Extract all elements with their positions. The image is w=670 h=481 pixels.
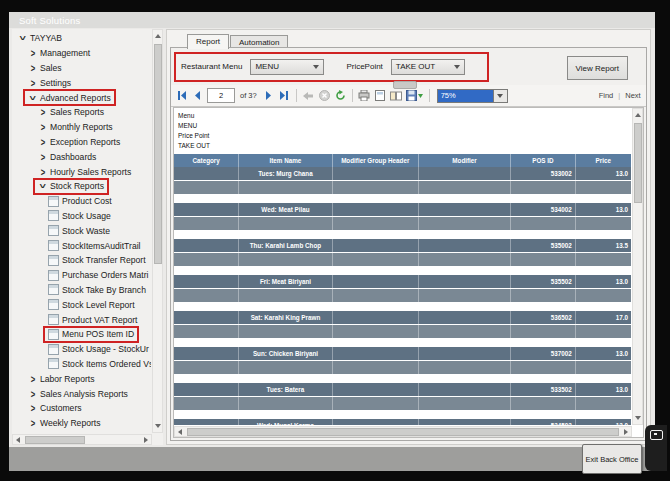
sidebar-item-settings[interactable]: >Settings [12,75,151,90]
back-to-parent-button[interactable] [302,89,315,102]
report-vertical-scrollbar[interactable] [632,108,643,425]
side-panel-tab[interactable] [645,425,667,471]
sidebar-item-label: Sales Analysis Reports [40,389,128,399]
zoom-dropdown-button[interactable] [493,89,508,103]
sidebar-item-weekly-reports[interactable]: >Weekly Reports [12,416,151,431]
table-row-secondary [174,289,631,302]
sidebar-item-tayyab[interactable]: >TAYYAB [12,31,151,46]
chevron-right-icon[interactable]: > [29,372,38,385]
sidebar-item-sales[interactable]: >Sales [12,61,151,76]
sidebar-item-dashboards[interactable]: >Dashboards [12,149,151,164]
page-setup-button[interactable] [390,89,403,102]
chevron-right-icon[interactable]: > [29,47,38,60]
sidebar-item-stockitemsaudittrail[interactable]: StockItemsAuditTrail [12,238,151,253]
sidebar-item-stock-reports[interactable]: >Stock Reports [12,179,151,194]
scroll-down-icon[interactable] [155,424,161,428]
empty-cell [511,325,575,338]
sidebar-item-stock-transfer-report[interactable]: Stock Transfer Report [12,253,151,268]
refresh-button[interactable] [334,89,347,102]
sidebar-item-label: Settings [40,78,71,88]
sidebar-item-product-vat-report[interactable]: Product VAT Report [12,312,151,327]
empty-cell [239,361,332,374]
chevron-right-icon[interactable]: > [39,121,48,134]
sidebar-item-advanced-reports[interactable]: >Advanced Reports [12,90,151,105]
scroll-left-icon[interactable] [16,437,20,443]
splitter-handle[interactable] [393,81,417,89]
chevron-down-icon[interactable]: > [27,93,40,102]
scroll-up-icon[interactable] [635,113,641,117]
item-name-cell: Sun: Chicken Biriyani [239,347,332,360]
first-page-button[interactable] [175,89,188,102]
sidebar-item-management[interactable]: >Management [12,46,151,61]
sidebar-item-menu-pos-item-id[interactable]: Menu POS Item ID [12,327,151,342]
tab-report[interactable]: Report [187,34,229,49]
chevron-right-icon[interactable]: > [29,402,38,415]
chevron-right-icon[interactable]: > [29,387,38,400]
scroll-down-icon[interactable] [635,416,641,420]
export-button[interactable] [406,89,424,102]
sidebar-item-label: Menu POS Item ID [62,329,134,339]
row-gap [174,194,631,203]
chevron-right-icon[interactable]: > [39,165,48,178]
chevron-right-icon[interactable]: > [29,77,38,90]
sidebar-horizontal-scrollbar[interactable] [12,434,152,445]
print-button[interactable] [358,89,371,102]
sidebar-vertical-scrollbar[interactable] [152,29,163,433]
sidebar-item-label: Purchase Orders Matri [62,270,148,280]
empty-cell [576,253,631,266]
next-link[interactable]: Next [625,91,640,100]
last-page-button[interactable] [278,89,291,102]
chevron-right-icon[interactable]: > [39,151,48,164]
print-layout-button[interactable] [374,89,387,102]
current-page-input[interactable] [207,88,235,103]
sidebar-item-customers[interactable]: >Customers [12,401,151,416]
restaurant-menu-dropdown[interactable]: MENU [250,59,324,75]
scrollbar-thumb[interactable] [187,428,619,436]
chevron-down-icon[interactable]: > [37,182,50,191]
view-report-button[interactable]: View Report [567,56,628,80]
sidebar-item-stock-take-by-branch[interactable]: Stock Take By Branch [12,283,151,298]
find-link[interactable]: Find [599,91,614,100]
scrollbar-thumb[interactable] [634,123,642,203]
report-horizontal-scrollbar[interactable] [174,426,632,437]
scroll-right-icon[interactable] [624,429,628,435]
chevron-right-icon[interactable]: > [29,62,38,75]
sidebar-item-product-cost[interactable]: Product Cost [12,194,151,209]
stop-rendering-button[interactable] [318,89,331,102]
sidebar-item-monthly-reports[interactable]: >Monthly Reports [12,120,151,135]
chevron-right-icon[interactable]: > [39,136,48,149]
scroll-up-icon[interactable] [155,34,161,38]
modifier-cell [419,167,511,180]
scrollbar-thumb[interactable] [154,44,162,264]
empty-cell [419,361,511,374]
sidebar-item-hourly-sales-reports[interactable]: >Hourly Sales Reports [12,164,151,179]
chevron-right-icon[interactable]: > [39,106,48,119]
row-gap [174,410,631,419]
sidebar-item-sales-analysis-reports[interactable]: >Sales Analysis Reports [12,386,151,401]
sidebar-item-purchase-orders-matri[interactable]: Purchase Orders Matri [12,268,151,283]
next-page-button[interactable] [262,89,275,102]
pricepoint-dropdown[interactable]: TAKE OUT [391,59,465,75]
previous-page-button[interactable] [191,89,204,102]
chevron-right-icon[interactable]: > [29,417,38,430]
table-row-secondary [174,361,631,374]
scrollbar-thumb[interactable] [25,436,85,444]
sidebar-item-stock-items-ordered-vs[interactable]: Stock Items Ordered Vs [12,357,151,372]
sidebar-item-labor-reports[interactable]: >Labor Reports [12,371,151,386]
sidebar-item-exception-reports[interactable]: >Exception Reports [12,135,151,150]
pos-id-cell: 536502 [511,311,575,324]
price-cell: 13.0 [576,347,631,360]
sidebar-item-stock-level-report[interactable]: Stock Level Report [12,297,151,312]
sidebar-item-stock-usage-stockur[interactable]: Stock Usage - StockUr [12,342,151,357]
table-body: Tues: Murg Chana53300213.0Wed: Meat Pila… [174,167,631,425]
chevron-down-icon[interactable]: > [17,34,30,43]
empty-cell [174,289,239,302]
sidebar-item-stock-usage[interactable]: Stock Usage [12,209,151,224]
scroll-right-icon[interactable] [144,437,148,443]
sidebar-item-sales-reports[interactable]: >Sales Reports [12,105,151,120]
zoom-dropdown[interactable]: 75% [437,89,508,103]
sidebar-item-stock-waste[interactable]: Stock Waste [12,223,151,238]
scroll-left-icon[interactable] [178,429,182,435]
exit-back-office-button[interactable]: Exit Back Office [582,444,642,474]
keyboard-icon [650,430,663,440]
